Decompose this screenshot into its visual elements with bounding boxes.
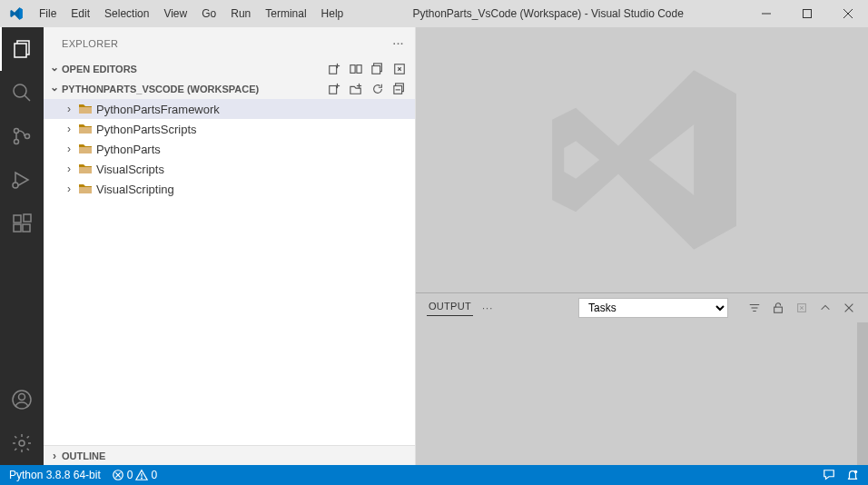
svg-rect-14 [23,224,30,232]
open-editors-section[interactable]: OPEN EDITORS [44,59,415,79]
activity-run-debug[interactable] [0,158,44,202]
svg-rect-40 [79,167,92,173]
svg-rect-12 [14,215,21,223]
main-menu: File Edit Selection View Go Run Terminal… [32,0,350,27]
svg-point-18 [19,440,25,446]
menu-terminal[interactable]: Terminal [258,0,313,27]
save-all-icon[interactable] [370,61,386,77]
bottom-panel: OUTPUT ··· Tasks [416,292,868,465]
panel-tab-output[interactable]: OUTPUT [427,301,473,316]
maximize-button[interactable] [786,0,827,27]
refresh-icon[interactable] [370,81,386,97]
svg-point-11 [13,183,18,188]
output-channel-dropdown[interactable]: Tasks [578,298,728,318]
window-title: PythonParts_VsCode (Workspace) - Visual … [350,7,745,20]
svg-point-17 [19,394,25,401]
tree-folder[interactable]: VisualScripts [44,159,415,179]
close-button[interactable] [827,0,868,27]
svg-rect-13 [14,224,21,232]
svg-rect-22 [350,65,355,74]
workspace-section[interactable]: PYTHONPARTS_VSCODE (WORKSPACE) [44,79,415,99]
svg-rect-25 [372,66,380,74]
status-problems[interactable]: 0 0 [106,465,163,485]
new-folder-icon[interactable] [348,81,364,97]
menu-help[interactable]: Help [314,0,351,27]
new-file-icon[interactable] [326,81,342,97]
status-feedback-icon[interactable] [817,465,841,485]
panel-more-icon[interactable]: ··· [482,302,493,313]
svg-point-55 [142,478,143,479]
workspace-label: PYTHONPARTS_VSCODE (WORKSPACE) [62,84,326,94]
tree-folder[interactable]: VisualScripting [44,179,415,199]
tree-folder[interactable]: PythonParts [44,139,415,159]
menu-selection[interactable]: Selection [97,0,156,27]
menu-run[interactable]: Run [223,0,258,27]
collapse-all-icon[interactable] [391,81,408,97]
outline-section[interactable]: OUTLINE [44,445,415,465]
folder-icon [78,162,93,176]
status-errors-count: 0 [127,469,133,481]
chevron-down-icon [47,63,62,75]
activity-settings[interactable] [0,421,44,465]
svg-rect-39 [79,147,92,153]
svg-point-9 [15,140,19,144]
explorer-title-label: EXPLORER [62,38,393,49]
tree-folder[interactable]: PythonPartsFramework [44,99,415,119]
open-editors-label: OPEN EDITORS [62,64,326,74]
close-all-icon[interactable] [391,61,408,77]
clear-output-icon[interactable] [794,300,810,316]
maximize-panel-icon[interactable] [817,300,833,316]
svg-rect-5 [15,44,26,57]
svg-rect-23 [357,65,361,74]
tree-item-label: PythonPartsScripts [96,123,197,136]
activity-explorer[interactable] [0,27,44,71]
svg-point-10 [25,134,30,139]
tree-folder[interactable]: PythonPartsScripts [44,119,415,139]
activity-accounts[interactable] [0,378,44,421]
menu-edit[interactable]: Edit [64,0,97,27]
menu-go[interactable]: Go [194,0,223,27]
svg-rect-15 [24,214,31,222]
svg-rect-1 [803,10,811,18]
editor-area: OUTPUT ··· Tasks [416,27,868,465]
status-warnings-count: 0 [151,469,157,481]
lock-icon[interactable] [770,300,786,316]
chevron-right-icon [62,163,76,175]
menu-view[interactable]: View [156,0,194,27]
outline-label: OUTLINE [62,450,408,461]
editor-empty-state [416,27,868,292]
explorer-title: EXPLORER ··· [44,27,415,59]
tree-item-label: VisualScripting [96,183,174,196]
vscode-logo-icon [0,6,32,21]
folder-icon [78,182,93,196]
status-bar: Python 3.8.8 64-bit 0 0 [0,465,868,485]
minimize-button[interactable] [745,0,786,27]
svg-rect-19 [330,66,337,74]
activity-source-control[interactable] [0,114,44,158]
status-python[interactable]: Python 3.8.8 64-bit [4,465,106,485]
activity-extensions[interactable] [0,202,44,245]
status-bell-icon[interactable] [841,465,864,485]
new-untitled-icon[interactable] [326,61,342,77]
svg-rect-37 [79,107,92,114]
tree-item-label: PythonParts [96,143,161,156]
svg-rect-45 [774,307,783,312]
svg-point-6 [14,84,26,97]
chevron-right-icon [62,123,76,135]
tree-item-label: VisualScripts [96,163,164,176]
chevron-right-icon [62,103,76,115]
menu-file[interactable]: File [32,0,64,27]
svg-rect-29 [330,86,337,94]
chevron-down-icon [47,83,62,95]
title-bar: File Edit Selection View Go Run Terminal… [0,0,868,27]
chevron-right-icon [62,143,76,155]
filter-icon[interactable] [746,300,763,316]
activity-search[interactable] [0,71,44,114]
close-panel-icon[interactable] [841,300,857,316]
output-body[interactable] [416,322,868,465]
explorer-more-icon[interactable]: ··· [393,38,404,49]
file-tree: PythonPartsFramework PythonPartsScripts … [44,99,415,445]
svg-point-8 [15,129,19,134]
toggle-layout-icon[interactable] [348,61,364,77]
activity-bar [0,27,44,465]
